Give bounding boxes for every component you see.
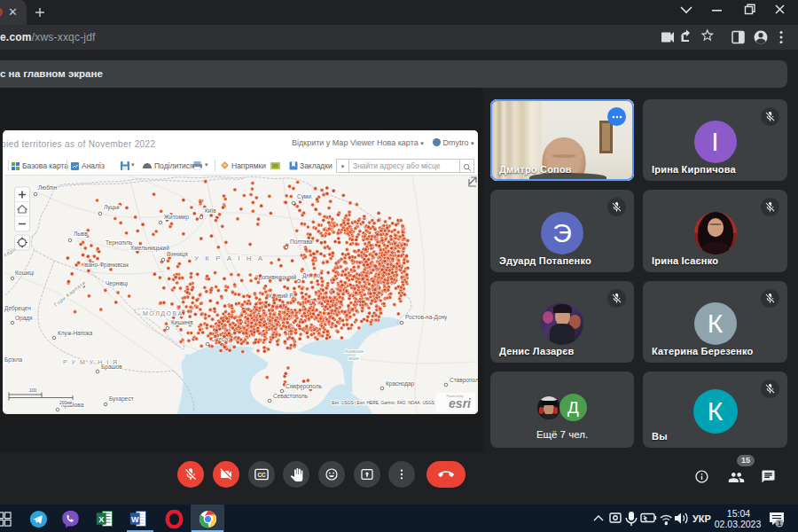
svg-text:море: море bbox=[348, 356, 359, 361]
svg-text:Суми: Суми bbox=[297, 193, 311, 200]
svg-text:Esri, USGS | Esri, HERE, Garmi: Esri, USGS | Esri, HERE, Garmin, FAO, NO… bbox=[332, 401, 434, 405]
svg-text:Івано-Франківськ: Івано-Франківськ bbox=[83, 262, 129, 269]
svg-text:Київ: Київ bbox=[205, 207, 216, 214]
svg-text:Клуж-Напока: Клуж-Напока bbox=[58, 330, 93, 337]
svg-text:15:04: 15:04 bbox=[727, 508, 750, 519]
svg-text:1: 1 bbox=[778, 520, 782, 528]
svg-text:Ростов-на-Дону: Ростов-на-Дону bbox=[405, 314, 448, 321]
svg-text:W: W bbox=[131, 515, 139, 524]
svg-text:200км: 200км bbox=[59, 400, 73, 405]
svg-text:Люблін: Люблін bbox=[38, 184, 58, 191]
svg-text:Азовське: Азовське bbox=[345, 348, 364, 354]
svg-text:Полтава: Полтава bbox=[290, 239, 313, 245]
svg-text:Вінниця: Вінниця bbox=[167, 251, 188, 258]
svg-text:Чернівці: Чернівці bbox=[106, 280, 128, 287]
svg-text:Житомир: Житомир bbox=[164, 214, 189, 221]
svg-text:Powered by: Powered by bbox=[447, 395, 464, 398]
svg-text:Брашов: Брашов bbox=[101, 364, 122, 371]
svg-text:Орадя: Орадя bbox=[15, 315, 33, 322]
svg-text:02.03.2023: 02.03.2023 bbox=[715, 519, 762, 529]
svg-text:Ставрополь: Ставрополь bbox=[450, 377, 478, 384]
svg-text:Луцьк: Луцьк bbox=[104, 204, 120, 211]
svg-text:УКР: УКР bbox=[692, 513, 711, 524]
svg-text:Краснодар: Краснодар bbox=[386, 380, 415, 387]
svg-text:Львів: Львів bbox=[74, 231, 89, 237]
svg-text:Сімферополь: Сімферополь bbox=[286, 383, 323, 390]
svg-text:CC: CC bbox=[257, 472, 266, 478]
svg-text:У К Р А Ї Н А: У К Р А Ї Н А bbox=[194, 254, 265, 262]
svg-text:Дебрецен: Дебрецен bbox=[4, 305, 31, 312]
svg-text:Брэіла: Брэіла bbox=[4, 356, 22, 364]
svg-text:Хмельницький: Хмельницький bbox=[130, 245, 169, 252]
svg-text:Севастополь: Севастополь bbox=[273, 393, 309, 399]
svg-text:Кошиці: Кошиці bbox=[15, 270, 34, 277]
svg-text:esri: esri bbox=[449, 396, 472, 411]
svg-text:X: X bbox=[98, 515, 105, 524]
svg-text:МОЛДОВА: МОЛДОВА bbox=[143, 310, 184, 317]
svg-text:Бухарест: Бухарест bbox=[109, 395, 134, 403]
svg-text:Тернопіль: Тернопіль bbox=[106, 239, 133, 246]
svg-text:Кишинів: Кишинів bbox=[171, 319, 193, 325]
svg-text:100: 100 bbox=[29, 387, 37, 393]
